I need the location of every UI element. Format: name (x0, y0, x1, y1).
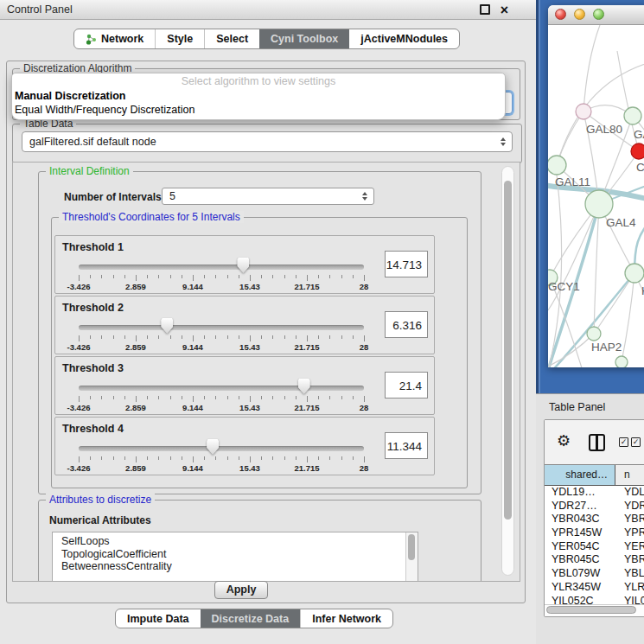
tab-network[interactable]: Network (74, 29, 155, 48)
table-row[interactable]: YLR345WYLR3 (545, 581, 644, 595)
slider-track[interactable] (79, 446, 364, 451)
column-layout-icon[interactable] (589, 434, 605, 451)
slider-track[interactable] (79, 265, 364, 270)
name-cell[interactable]: YPR1 (615, 526, 644, 540)
list-scrollbar[interactable] (405, 532, 418, 582)
close-icon[interactable]: × (501, 5, 508, 15)
threshold-value-field[interactable]: 21.4 (385, 372, 428, 399)
attribute-list-item[interactable]: BetweennessCentrality (53, 560, 418, 573)
tab-label: Style (167, 33, 193, 45)
threshold-value-field[interactable]: 6.316 (385, 311, 428, 338)
table-data-combobox[interactable]: galFiltered.sif default node (22, 131, 513, 152)
slider-tick (329, 275, 330, 278)
name-cell[interactable]: YER0 (615, 540, 644, 554)
tab-infer-network[interactable]: Infer Network (300, 609, 392, 628)
slider-tick (182, 396, 182, 399)
slider-thumb[interactable] (161, 318, 173, 334)
slider-track[interactable] (79, 325, 364, 330)
tab-style[interactable]: Style (155, 29, 204, 48)
network-node[interactable] (625, 264, 644, 283)
shared-name-cell[interactable]: YDL19… (545, 486, 615, 500)
slider-thumb[interactable] (237, 258, 249, 273)
algorithm-hint-option[interactable]: Select algorithm to view settings (12, 73, 505, 89)
shared-name-cell[interactable]: YDR27… (545, 500, 615, 513)
network-node[interactable] (631, 143, 644, 159)
threshold-slider[interactable]: -3.4262.8599.14415.4321.71528 (79, 381, 364, 412)
network-canvas[interactable]: GAL80GACGAL11GAL4GCY1HHAP2 (548, 25, 644, 367)
column-header-shared-name[interactable]: shared… (545, 465, 615, 485)
tab-cyni-toolbox[interactable]: Cyni Toolbox (259, 29, 349, 48)
name-cell[interactable]: YDR2 (615, 500, 644, 513)
slider-tick-label: 2.859 (125, 463, 146, 473)
attribute-list-item[interactable]: TopologicalCoefficient (53, 548, 418, 561)
shared-name-cell[interactable]: YBR045C (545, 553, 615, 567)
table-horizontal-scrollbar[interactable] (545, 604, 644, 616)
shared-name-cell[interactable]: YBL079W (545, 567, 615, 581)
float-window-icon[interactable] (480, 4, 490, 15)
slider-tick-label: 21.715 (294, 463, 319, 473)
network-node[interactable] (585, 190, 613, 218)
slider-tick (364, 275, 365, 281)
attribute-list-item[interactable]: SelfLoops (53, 535, 418, 548)
table-row[interactable]: YIL052CYIL0 (545, 595, 644, 605)
name-cell[interactable]: YIL0 (615, 595, 644, 605)
close-traffic-light-icon[interactable] (555, 9, 566, 20)
algorithm-option-equal-width[interactable]: Equal Width/Frequency Discretization (12, 103, 505, 117)
name-cell[interactable]: YLR3 (615, 581, 644, 595)
table-row[interactable]: YBR045CYBR0 (545, 553, 644, 567)
threshold-slider[interactable]: -3.4262.8599.14415.4321.71528 (79, 321, 364, 352)
slider-tick (79, 335, 80, 341)
slider-track[interactable] (79, 386, 364, 391)
name-cell[interactable]: YBR0 (615, 553, 644, 567)
slider-thumb[interactable] (207, 439, 219, 455)
table-row[interactable]: YBR043CYBR0 (545, 513, 644, 526)
numerical-attributes-list[interactable]: SelfLoopsTopologicalCoefficientBetweenne… (52, 532, 418, 582)
table-row[interactable]: YBL079WYBL0 (545, 567, 644, 581)
shared-name-cell[interactable]: YLR345W (545, 581, 615, 595)
shared-name-cell[interactable]: YER054C (545, 540, 615, 554)
slider-tick (101, 396, 102, 399)
apply-button[interactable]: Apply (214, 581, 268, 599)
table-row[interactable]: YPR145WYPR1 (545, 526, 644, 540)
checkbox-icon[interactable]: ✓ (631, 437, 641, 447)
tab-jactivemnodules[interactable]: jActiveMNodules (349, 29, 459, 48)
network-node[interactable] (576, 104, 591, 119)
slider-tick (250, 275, 251, 281)
threshold-slider[interactable]: -3.4262.8599.14415.4321.71528 (79, 442, 364, 473)
checkbox-icon[interactable]: ✓ (619, 437, 628, 447)
tab-select[interactable]: Select (204, 29, 259, 48)
tab-impute-data[interactable]: Impute Data (116, 609, 201, 628)
network-node[interactable] (624, 107, 641, 124)
panel-scrollbar-thumb[interactable] (504, 181, 512, 520)
network-node[interactable] (548, 156, 566, 175)
name-cell[interactable]: YBR0 (615, 513, 644, 526)
column-header-name[interactable]: n (615, 465, 644, 485)
slider-thumb[interactable] (298, 379, 310, 394)
table-row[interactable]: YDR27…YDR2 (545, 500, 644, 513)
network-node[interactable] (615, 356, 628, 367)
list-scrollbar-thumb[interactable] (408, 534, 415, 560)
gear-icon[interactable]: ⚙ (557, 431, 571, 450)
slider-tick (147, 335, 148, 339)
threshold-value-field[interactable]: 14.713 (385, 251, 428, 277)
shared-name-cell[interactable]: YPR145W (545, 526, 615, 540)
tab-discretize-data[interactable]: Discretize Data (201, 609, 301, 628)
panel-scrollbar[interactable] (501, 166, 514, 576)
zoom-traffic-light-icon[interactable] (593, 9, 604, 20)
name-cell[interactable]: YDL1 (615, 486, 644, 500)
network-window-titlebar[interactable] (548, 5, 644, 25)
table-row[interactable]: YDL19…YDL1 (545, 486, 644, 500)
slider-tick (204, 335, 205, 339)
table-row[interactable]: YER054CYER0 (545, 540, 644, 554)
threshold-value-field[interactable]: 11.344 (385, 432, 428, 459)
shared-name-cell[interactable]: YIL052C (545, 595, 615, 605)
network-node[interactable] (587, 327, 601, 341)
shared-name-cell[interactable]: YBR043C (545, 513, 615, 526)
name-cell[interactable]: YBL0 (615, 567, 644, 581)
scrollbar-thumb[interactable] (546, 606, 636, 614)
threshold-slider[interactable]: -3.4262.8599.14415.4321.71528 (79, 260, 364, 291)
slider-tick-label: 21.715 (294, 342, 319, 352)
algorithm-option-manual[interactable]: Manual Discretization (12, 89, 505, 103)
minimize-traffic-light-icon[interactable] (574, 9, 585, 20)
number-of-intervals-spinner[interactable]: 5 (162, 188, 374, 205)
